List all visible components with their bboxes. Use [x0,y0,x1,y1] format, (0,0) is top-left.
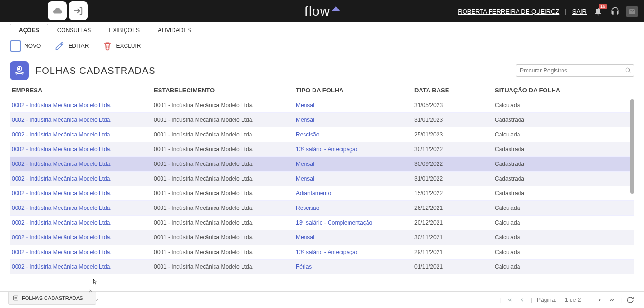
cell-sit: Calculada [493,98,634,113]
mail-icon [628,8,636,15]
cell-estab: 0001 - Indústria Mecânica Modelo Ltda. [152,245,294,260]
excluir-button[interactable]: EXCLUIR [102,40,141,52]
notifications-button[interactable]: 16 [592,6,604,17]
col-tipo[interactable]: TIPO DA FOLHA [294,83,412,98]
editar-button[interactable]: EDITAR [54,40,89,52]
cell-empresa-link[interactable]: 0002 - Indústria Mecânica Modelo Ltda. [12,131,112,138]
trash-icon [102,40,113,52]
table-row[interactable]: 0002 - Indústria Mecânica Modelo Ltda.00… [10,113,634,127]
vertical-scrollbar[interactable] [630,99,634,194]
cell-estab: 0001 - Indústria Mecânica Modelo Ltda. [152,230,294,245]
first-page-button[interactable] [506,296,514,304]
window-tab[interactable]: FOLHAS CADASTRADAS ✕ [8,291,96,305]
table-row[interactable]: 0002 - Indústria Mecânica Modelo Ltda.00… [10,216,634,230]
logout-link[interactable]: SAIR [572,8,587,15]
cell-tipo: Mensal [294,157,412,172]
cell-estab: 0001 - Indústria Mecânica Modelo Ltda. [152,186,294,201]
cell-empresa: 0002 - Indústria Mecânica Modelo Ltda. [10,172,152,186]
tab-consultas[interactable]: CONSULTAS [48,24,100,36]
col-data-base[interactable]: DATA BASE [412,83,493,98]
table-wrap: EMPRESA ESTABELECIMENTO TIPO DA FOLHA DA… [0,83,644,291]
cell-empresa-link[interactable]: 0002 - Indústria Mecânica Modelo Ltda. [12,175,112,182]
pager: | | Página: 1 de 2 | | [500,296,634,304]
table-row[interactable]: 0002 - Indústria Mecânica Modelo Ltda.00… [10,127,634,142]
edit-icon [54,40,65,52]
cell-data: 30/11/2022 [412,142,493,157]
table-row[interactable]: 0002 - Indústria Mecânica Modelo Ltda.00… [10,260,634,274]
cell-tipo-link[interactable]: 13º salário - Antecipação [296,249,358,255]
col-empresa[interactable]: EMPRESA [10,83,152,98]
table-row[interactable]: 0002 - Indústria Mecânica Modelo Ltda.00… [10,201,634,216]
cell-tipo-link[interactable]: Mensal [296,117,314,123]
cell-tipo-link[interactable]: Adiantamento [296,190,331,197]
search-icon[interactable] [625,67,631,75]
table-row[interactable]: 0002 - Indústria Mecânica Modelo Ltda.00… [10,172,634,186]
app-header: flow ROBERTA FERREIRA DE QUEIROZ | SAIR … [0,0,644,22]
prev-page-button[interactable] [519,296,526,304]
cell-tipo-link[interactable]: 13º salário - Complementação [296,219,372,226]
novo-button[interactable]: NOVO [10,40,41,52]
data-grid: EMPRESA ESTABELECIMENTO TIPO DA FOLHA DA… [10,83,634,274]
cell-empresa-link[interactable]: 0002 - Indústria Mecânica Modelo Ltda. [12,249,112,255]
new-icon [10,40,21,52]
cell-empresa-link[interactable]: 0002 - Indústria Mecânica Modelo Ltda. [12,205,112,211]
cell-empresa-link[interactable]: 0002 - Indústria Mecânica Modelo Ltda. [12,117,112,123]
cell-empresa: 0002 - Indústria Mecânica Modelo Ltda. [10,201,152,216]
notif-badge: 16 [599,4,607,9]
cell-estab: 0001 - Indústria Mecânica Modelo Ltda. [152,201,294,216]
support-button[interactable] [609,6,621,17]
table-row[interactable]: 0002 - Indústria Mecânica Modelo Ltda.00… [10,142,634,157]
cell-sit: Calculada [493,245,634,260]
cell-sit: Cadastrada [493,186,634,201]
cell-empresa-link[interactable]: 0002 - Indústria Mecânica Modelo Ltda. [12,219,112,226]
cell-empresa-link[interactable]: 0002 - Indústria Mecânica Modelo Ltda. [12,102,112,109]
list-icon [12,295,19,301]
cloud-icon-button[interactable] [48,1,67,20]
tab-exibicoes[interactable]: EXIBIÇÕES [100,24,149,36]
last-page-button[interactable] [608,296,616,304]
cell-estab: 0001 - Indústria Mecânica Modelo Ltda. [152,113,294,127]
tab-atividades[interactable]: ATIVIDADES [149,24,200,36]
cell-empresa-link[interactable]: 0002 - Indústria Mecânica Modelo Ltda. [12,146,112,153]
cell-estab: 0001 - Indústria Mecânica Modelo Ltda. [152,157,294,172]
cell-empresa-link[interactable]: 0002 - Indústria Mecânica Modelo Ltda. [12,161,112,167]
cell-tipo-link[interactable]: Mensal [296,161,314,167]
login-icon-button[interactable] [69,1,88,20]
cell-empresa-link[interactable]: 0002 - Indústria Mecânica Modelo Ltda. [12,234,112,241]
cell-empresa-link[interactable]: 0002 - Indústria Mecânica Modelo Ltda. [12,190,112,197]
table-row[interactable]: 0002 - Indústria Mecânica Modelo Ltda.00… [10,245,634,260]
col-situacao[interactable]: SITUAÇÃO DA FOLHA [493,83,634,98]
cell-tipo-link[interactable]: Férias [296,263,312,270]
cell-tipo-link[interactable]: Mensal [296,175,314,182]
cell-tipo-link[interactable]: Mensal [296,234,314,241]
cell-data: 20/12/2021 [412,216,493,230]
table-row[interactable]: 0002 - Indústria Mecânica Modelo Ltda.00… [10,186,634,201]
cell-data: 30/11/2021 [412,230,493,245]
cell-empresa: 0002 - Indústria Mecânica Modelo Ltda. [10,216,152,230]
cell-data: 31/05/2023 [412,98,493,113]
editar-label: EDITAR [68,43,89,49]
close-tab-icon[interactable]: ✕ [89,288,93,294]
messages-button[interactable] [626,6,638,17]
next-page-button[interactable] [596,296,603,304]
cell-tipo-link[interactable]: Rescisão [296,131,319,138]
cell-tipo-link[interactable]: Mensal [296,102,314,109]
cell-tipo-link[interactable]: Rescisão [296,205,319,211]
cell-sit: Calculada [493,230,634,245]
cell-tipo-link[interactable]: 13º salário - Antecipação [296,146,358,153]
search-input[interactable] [516,64,634,77]
col-estabelecimento[interactable]: ESTABELECIMENTO [152,83,294,98]
cell-tipo: Mensal [294,98,412,113]
refresh-button[interactable] [626,296,634,304]
svg-point-1 [626,68,629,72]
table-row[interactable]: 0002 - Indústria Mecânica Modelo Ltda.00… [10,230,634,245]
table-row[interactable]: 0002 - Indústria Mecânica Modelo Ltda.00… [10,157,634,172]
cell-tipo: 13º salário - Antecipação [294,142,412,157]
cell-estab: 0001 - Indústria Mecânica Modelo Ltda. [152,142,294,157]
table-row[interactable]: 0002 - Indústria Mecânica Modelo Ltda.00… [10,98,634,113]
cell-tipo: Mensal [294,113,412,127]
tab-acoes[interactable]: AÇÕES [10,24,48,36]
user-name-link[interactable]: ROBERTA FERREIRA DE QUEIROZ [458,8,559,15]
cell-empresa-link[interactable]: 0002 - Indústria Mecânica Modelo Ltda. [12,263,112,270]
brand-text: flow [304,4,330,19]
